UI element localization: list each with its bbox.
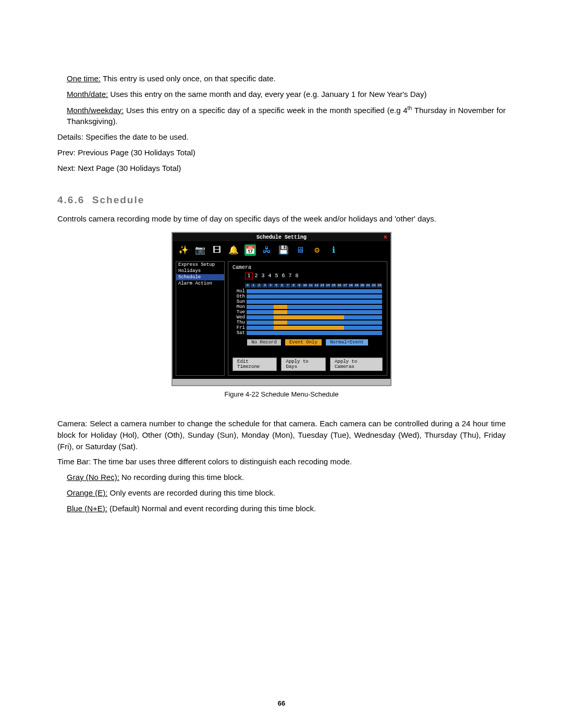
window-body: Express SetupHolidaysScheduleAlarm Actio… (173, 261, 390, 379)
hour-22: 22 (371, 283, 377, 288)
event-segment (274, 315, 344, 319)
day-label: Wed (232, 315, 246, 320)
intro-para: Controls camera recording mode by time o… (57, 213, 506, 225)
day-bar[interactable] (246, 304, 383, 310)
day-bar[interactable] (246, 294, 383, 299)
hour-20: 20 (360, 283, 365, 288)
key: Details: (57, 132, 83, 141)
camera-icon[interactable]: 📷 (194, 244, 206, 256)
text: Only events are recorded during this tim… (107, 488, 275, 497)
wizard-icon[interactable]: ✨ (178, 244, 189, 256)
day-bar[interactable] (246, 330, 383, 336)
val: Next Page (30 Holidays Total) (76, 164, 181, 172)
text-a: Uses this entry on a specific day of a s… (124, 106, 407, 115)
page-number: 66 (0, 699, 563, 707)
disk-icon[interactable]: 💾 (278, 244, 289, 256)
hour-5: 5 (274, 283, 279, 288)
day-label: Sun (232, 299, 246, 304)
edit-timezone-button[interactable]: Edit Timezone (232, 357, 277, 371)
close-icon[interactable]: × (384, 234, 387, 241)
apply-to-cameras-button[interactable]: Apply to Cameras (330, 357, 383, 371)
label: Month/date: (67, 90, 108, 98)
val: Specifies the date to be used. (83, 132, 189, 141)
hour-6: 6 (279, 283, 285, 288)
hour-18: 18 (348, 283, 354, 288)
window-footer (173, 379, 390, 385)
alarm-icon[interactable]: 🔔 (228, 244, 239, 256)
day-bar[interactable] (246, 325, 383, 330)
day-row-tue: Tue (232, 310, 383, 315)
camera-1[interactable]: 1 (245, 273, 253, 279)
schedule-setting-window: Schedule Setting × ✨ 📷 🎞 🔔 📅 🖧 💾 🖥 ⚙ ℹ E… (172, 232, 391, 386)
day-bar[interactable] (246, 299, 383, 304)
day-row-thu: Thu (232, 320, 383, 325)
hour-3: 3 (262, 283, 268, 288)
apply-to-days-button[interactable]: Apply to Days (281, 357, 325, 371)
record-icon[interactable]: 🎞 (211, 244, 223, 256)
camera-2[interactable]: 2 (253, 273, 260, 279)
val: Previous Page (30 Holidays Total) (76, 148, 195, 157)
day-label: Mon (232, 304, 246, 310)
sidebar-item-schedule[interactable]: Schedule (176, 274, 224, 280)
info-icon[interactable]: ℹ (328, 244, 339, 256)
key: Time Bar: (57, 457, 91, 466)
hour-17: 17 (342, 283, 348, 288)
day-bar[interactable] (246, 315, 383, 320)
text: No recording during this time block. (119, 473, 244, 482)
day-bar[interactable] (246, 289, 383, 294)
toolbar: ✨ 📷 🎞 🔔 📅 🖧 💾 🖥 ⚙ ℹ (173, 241, 390, 261)
schedule-icon[interactable]: 📅 (244, 244, 256, 256)
hour-7: 7 (285, 283, 291, 288)
entry-month-date: Month/date: Uses this entry on the same … (57, 89, 506, 100)
sidebar-item-holidays[interactable]: Holidays (176, 268, 224, 274)
day-row-mon: Mon (232, 304, 383, 310)
text: Uses this entry on the same month and da… (108, 90, 426, 98)
camera-label: Camera (232, 265, 383, 270)
camera-8[interactable]: 8 (293, 273, 300, 279)
camera-7[interactable]: 7 (287, 273, 293, 279)
system-icon[interactable]: ⚙ (311, 244, 323, 256)
heading-num: 4.6.6 (57, 194, 84, 205)
section-heading: 4.6.6 Schedule (57, 194, 506, 206)
val: Select a camera number to change the sch… (57, 419, 506, 451)
hour-15: 15 (331, 283, 337, 288)
hour-1: 1 (251, 283, 256, 288)
hour-8: 8 (291, 283, 297, 288)
screenshot-container: Schedule Setting × ✨ 📷 🎞 🔔 📅 🖧 💾 🖥 ⚙ ℹ E… (57, 232, 506, 386)
camera-6[interactable]: 6 (280, 273, 287, 279)
day-label: Hol (232, 289, 246, 294)
label: Orange (E): (67, 488, 107, 497)
display-icon[interactable]: 🖥 (295, 244, 306, 256)
window-titlebar: Schedule Setting × (173, 233, 390, 241)
hour-9: 9 (297, 283, 302, 288)
event-segment (274, 326, 344, 330)
hour-4: 4 (268, 283, 274, 288)
hour-0: 0 (245, 283, 251, 288)
camera-5[interactable]: 5 (273, 273, 280, 279)
day-label: Thu (232, 320, 246, 325)
main-panel: Camera 12345678 012345678910111213141516… (228, 261, 387, 376)
key: Next: (57, 164, 76, 172)
color-blue: Blue (N+E): (Default) Normal and event r… (57, 503, 506, 514)
hour-10: 10 (302, 283, 308, 288)
network-icon[interactable]: 🖧 (261, 244, 273, 256)
camera-3[interactable]: 3 (260, 273, 266, 279)
heading-title: Schedule (92, 194, 144, 205)
camera-4[interactable]: 4 (266, 273, 273, 279)
text: (Default) Normal and event recording dur… (107, 504, 316, 513)
hour-14: 14 (325, 283, 331, 288)
document-page: One time: This entry is used only once, … (0, 0, 563, 728)
day-row-wed: Wed (232, 315, 383, 320)
label: Blue (N+E): (67, 504, 107, 513)
event-segment (274, 305, 287, 309)
legend-normal-event: Normal+Event (325, 339, 369, 346)
sidebar-item-express-setup[interactable]: Express Setup (176, 262, 224, 268)
legend-event-only: Event Only (285, 339, 322, 346)
label: Gray (No Rec): (67, 473, 119, 482)
day-row-oth: Oth (232, 294, 383, 299)
day-bar[interactable] (246, 320, 383, 325)
day-bar[interactable] (246, 310, 383, 315)
day-row-sat: Sat (232, 330, 383, 336)
next-line: Next: Next Page (30 Holidays Total) (57, 163, 506, 174)
sidebar-item-alarm-action[interactable]: Alarm Action (176, 280, 224, 287)
